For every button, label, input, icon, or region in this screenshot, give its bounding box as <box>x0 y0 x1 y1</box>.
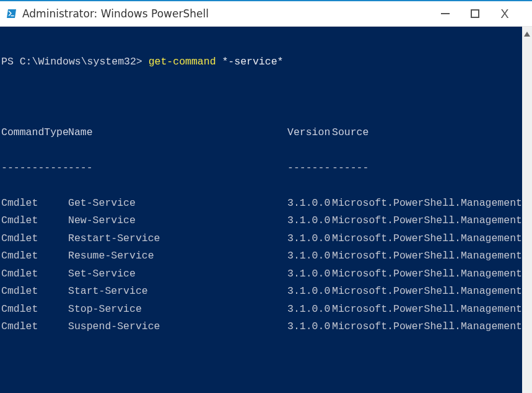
cell-version: 3.1.0.0 <box>287 247 332 265</box>
prompt-line-1: PS C:\Windows\system32> get-command *-se… <box>1 53 522 71</box>
cell-source: Microsoft.PowerShell.Management <box>332 195 522 213</box>
divider-source: ------ <box>332 159 368 177</box>
command-name: get-command <box>149 56 216 68</box>
cell-type: Cmdlet <box>1 212 68 230</box>
table-row: CmdletSet-Service3.1.0.0Microsoft.PowerS… <box>1 265 522 283</box>
cell-name: New-Service <box>68 212 287 230</box>
cell-version: 3.1.0.0 <box>287 301 332 319</box>
cell-version: 3.1.0.0 <box>287 195 332 213</box>
table-row: CmdletStart-Service3.1.0.0Microsoft.Powe… <box>1 283 522 301</box>
title-bar[interactable]: Administrator: Windows PowerShell X <box>0 0 532 27</box>
blank-line <box>1 89 522 107</box>
cell-version: 3.1.0.0 <box>287 283 332 301</box>
scroll-up-icon[interactable] <box>524 32 530 37</box>
table-body: CmdletGet-Service3.1.0.0Microsoft.PowerS… <box>1 195 522 336</box>
close-button[interactable]: X <box>492 1 517 26</box>
cell-name: Get-Service <box>68 195 287 213</box>
cell-name: Stop-Service <box>68 301 287 319</box>
table-row: CmdletRestart-Service3.1.0.0Microsoft.Po… <box>1 230 522 248</box>
window-title: Administrator: Windows PowerShell <box>22 7 430 20</box>
table-row: CmdletStop-Service3.1.0.0Microsoft.Power… <box>1 301 522 319</box>
table-row: CmdletResume-Service3.1.0.0Microsoft.Pow… <box>1 247 522 265</box>
cell-type: Cmdlet <box>1 318 68 336</box>
header-name: Name <box>68 124 287 142</box>
cell-source: Microsoft.PowerShell.Management <box>332 318 522 336</box>
scrollbar-track[interactable] <box>522 27 532 393</box>
cell-source: Microsoft.PowerShell.Management <box>332 301 522 319</box>
terminal-output[interactable]: PS C:\Windows\system32> get-command *-se… <box>0 27 522 393</box>
cell-source: Microsoft.PowerShell.Management <box>332 230 522 248</box>
cell-version: 3.1.0.0 <box>287 265 332 283</box>
divider-version: ------- <box>287 159 332 177</box>
table-row: CmdletNew-Service3.1.0.0Microsoft.PowerS… <box>1 212 522 230</box>
blank-line <box>1 389 522 393</box>
cell-type: Cmdlet <box>1 247 68 265</box>
cell-type: Cmdlet <box>1 265 68 283</box>
cell-source: Microsoft.PowerShell.Management <box>332 283 522 301</box>
table-divider-row: ---------------------------- <box>1 159 522 177</box>
prompt-1: PS C:\Windows\system32> <box>1 56 149 68</box>
command-args: *-service* <box>216 56 284 68</box>
maximize-button[interactable] <box>463 1 487 26</box>
table-row: CmdletSuspend-Service3.1.0.0Microsoft.Po… <box>1 318 522 336</box>
table-header-row: CommandTypeNameVersionSource <box>1 124 522 142</box>
cell-name: Suspend-Service <box>68 318 287 336</box>
header-version: Version <box>287 124 332 142</box>
blank-line <box>1 353 522 371</box>
cell-version: 3.1.0.0 <box>287 212 332 230</box>
cell-name: Resume-Service <box>68 247 287 265</box>
cell-version: 3.1.0.0 <box>287 318 332 336</box>
table-row: CmdletGet-Service3.1.0.0Microsoft.PowerS… <box>1 195 522 213</box>
header-source: Source <box>332 124 368 142</box>
cell-source: Microsoft.PowerShell.Management <box>332 212 522 230</box>
cell-name: Restart-Service <box>68 230 287 248</box>
cell-type: Cmdlet <box>1 301 68 319</box>
minimize-button[interactable] <box>433 1 458 26</box>
cell-type: Cmdlet <box>1 283 68 301</box>
cell-type: Cmdlet <box>1 230 68 248</box>
header-commandtype: CommandType <box>1 124 68 142</box>
cell-type: Cmdlet <box>1 195 68 213</box>
divider-name: ---- <box>68 159 287 177</box>
cell-source: Microsoft.PowerShell.Management <box>332 247 522 265</box>
powershell-icon <box>6 8 17 19</box>
cell-name: Start-Service <box>68 283 287 301</box>
window-controls: X <box>430 1 520 26</box>
terminal-wrapper: PS C:\Windows\system32> get-command *-se… <box>0 27 532 393</box>
cell-name: Set-Service <box>68 265 287 283</box>
cell-source: Microsoft.PowerShell.Management <box>332 265 522 283</box>
cell-version: 3.1.0.0 <box>287 230 332 248</box>
divider-type: ----------- <box>1 159 68 177</box>
